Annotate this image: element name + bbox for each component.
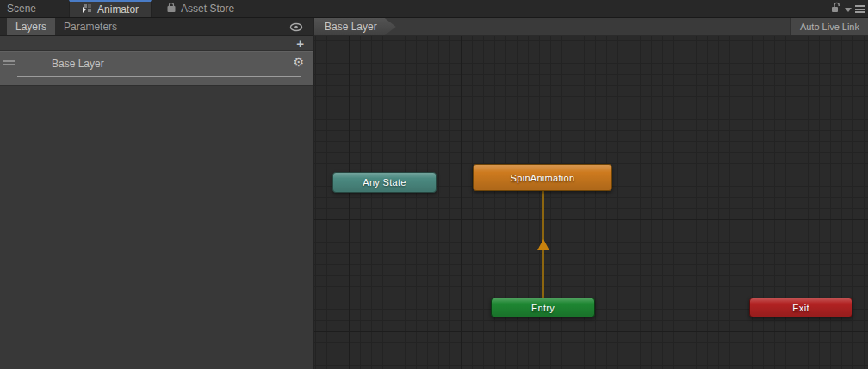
window-menu-icon[interactable] bbox=[855, 5, 865, 13]
tab-scene[interactable]: Scene bbox=[0, 0, 46, 17]
layers-empty-area bbox=[0, 86, 313, 369]
auto-live-link-label: Auto Live Link bbox=[800, 22, 859, 32]
state-node-entry[interactable]: Entry bbox=[491, 298, 595, 317]
breadcrumb-label: Base Layer bbox=[325, 21, 377, 33]
tab-parameters-label: Parameters bbox=[64, 21, 117, 33]
state-node-any-state[interactable]: Any State bbox=[332, 172, 437, 193]
state-node-label: Entry bbox=[531, 303, 555, 313]
layer-row-base-layer[interactable]: Base Layer ⚙ bbox=[0, 51, 313, 86]
content-area: Layers Parameters + Base Layer ⚙ bbox=[0, 18, 868, 369]
animator-icon bbox=[82, 3, 93, 16]
layer-weight-slider[interactable] bbox=[17, 76, 301, 77]
asset-store-icon bbox=[166, 3, 177, 15]
auto-live-link-button[interactable]: Auto Live Link bbox=[790, 18, 868, 35]
layer-settings-gear-icon[interactable]: ⚙ bbox=[293, 56, 304, 68]
tab-scene-label: Scene bbox=[7, 3, 36, 15]
topbar-right-controls bbox=[830, 0, 865, 18]
animator-window: Scene Animator Asset Store bbox=[0, 0, 868, 369]
state-node-exit[interactable]: Exit bbox=[749, 298, 852, 317]
side-panel-tabs: Layers Parameters bbox=[0, 18, 313, 36]
transition-arrowhead-icon bbox=[537, 239, 549, 250]
tab-asset-store-label: Asset Store bbox=[181, 3, 234, 15]
state-node-label: Any State bbox=[363, 177, 406, 188]
tab-layers[interactable]: Layers bbox=[7, 18, 55, 35]
layers-toolbar: + bbox=[0, 36, 313, 51]
tab-layers-label: Layers bbox=[16, 21, 46, 33]
add-layer-button[interactable]: + bbox=[296, 37, 304, 50]
tab-animator[interactable]: Animator bbox=[69, 0, 152, 17]
breadcrumb-base-layer[interactable]: Base Layer bbox=[314, 18, 396, 35]
state-machine-grid[interactable]: Any State SpinAnimation Entry Exit bbox=[314, 36, 868, 369]
eye-icon[interactable] bbox=[288, 21, 304, 33]
tab-animator-label: Animator bbox=[97, 3, 139, 15]
state-node-label: Exit bbox=[792, 303, 809, 313]
drag-handle-icon[interactable] bbox=[3, 60, 15, 65]
tab-parameters[interactable]: Parameters bbox=[55, 18, 126, 35]
breadcrumb-bar: Base Layer Auto Live Link bbox=[314, 18, 868, 36]
top-tab-bar: Scene Animator Asset Store bbox=[0, 0, 868, 18]
tab-asset-store[interactable]: Asset Store bbox=[157, 0, 244, 17]
context-dropdown-icon[interactable] bbox=[845, 8, 852, 12]
animator-side-panel: Layers Parameters + Base Layer ⚙ bbox=[0, 18, 314, 369]
unlocked-padlock-icon[interactable] bbox=[830, 2, 841, 16]
state-machine-panel: Base Layer Auto Live Link Any State Spin… bbox=[314, 18, 868, 369]
state-node-label: SpinAnimation bbox=[511, 173, 575, 183]
layer-name: Base Layer bbox=[52, 58, 104, 70]
state-node-spin-animation[interactable]: SpinAnimation bbox=[473, 164, 612, 191]
